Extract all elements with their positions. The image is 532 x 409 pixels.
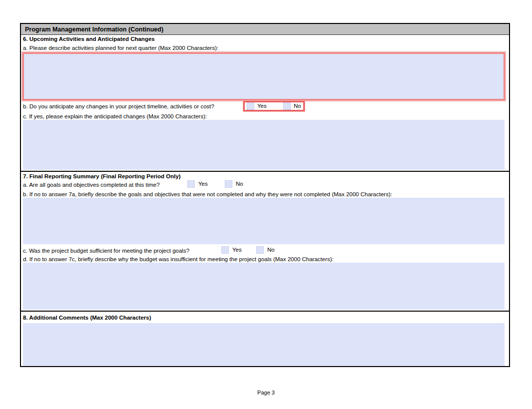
section7b-label: b. If no to answer 7a, briefly describe …	[23, 191, 392, 198]
goals-completed-no-label: No	[236, 180, 243, 188]
section6b-label: b. Do you anticipate any changes in your…	[23, 103, 214, 110]
anticipate-changes-yes-no-group: Yes No	[243, 101, 305, 111]
budget-sufficient-no-label: No	[267, 246, 275, 254]
section-divider	[21, 171, 509, 172]
section-header-title: Program Management Information (Continue…	[25, 26, 163, 33]
section6-heading: 6. Upcoming Activities and Anticipated C…	[23, 35, 155, 42]
section6a-label: a. Please describe activities planned fo…	[23, 44, 218, 51]
section8-heading: 8. Additional Comments (Max 2000 Charact…	[23, 314, 151, 321]
goals-completed-yes-label: Yes	[198, 180, 208, 188]
additional-comments-textarea[interactable]	[23, 323, 505, 366]
section-header-bar: Program Management Information (Continue…	[21, 24, 509, 35]
form-page: Program Management Information (Continue…	[20, 23, 510, 367]
anticipate-changes-no-label: No	[294, 102, 301, 110]
activities-next-quarter-textarea[interactable]	[22, 52, 505, 100]
page-number: Page 3	[0, 390, 532, 396]
section7a-label: a. Are all goals and objectives complete…	[23, 181, 160, 188]
section7d-label: d. If no to answer 7c, briefly describe …	[23, 256, 334, 263]
anticipated-changes-textarea[interactable]	[23, 120, 505, 170]
anticipate-changes-no-checkbox[interactable]	[283, 102, 291, 110]
budget-sufficient-yes-checkbox[interactable]	[221, 246, 229, 254]
section7-heading: 7. Final Reporting Summary (Final Report…	[23, 173, 181, 180]
goals-completed-no-checkbox[interactable]	[225, 180, 232, 188]
budget-sufficient-no-checkbox[interactable]	[256, 246, 264, 254]
budget-insufficient-textarea[interactable]	[23, 263, 505, 310]
anticipate-changes-yes-checkbox[interactable]	[247, 102, 254, 110]
goals-not-completed-textarea[interactable]	[23, 198, 505, 244]
section6c-label: c. If yes, please explain the anticipate…	[23, 113, 207, 120]
section-divider	[21, 311, 509, 312]
goals-completed-yes-checkbox[interactable]	[187, 180, 195, 188]
anticipate-changes-yes-label: Yes	[257, 102, 267, 110]
section7c-label: c. Was the project budget sufficient for…	[23, 247, 189, 254]
budget-sufficient-yes-label: Yes	[232, 246, 242, 254]
